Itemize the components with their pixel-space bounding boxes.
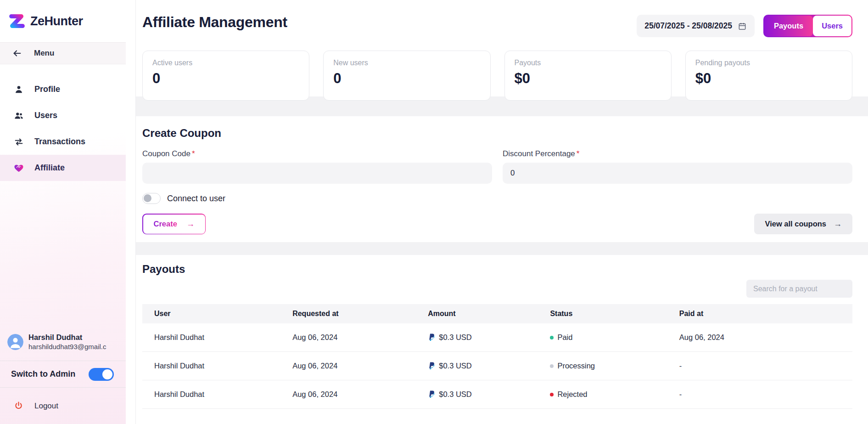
avatar — [7, 334, 23, 350]
discount-label: Discount Percentage* — [503, 149, 852, 158]
discount-percentage-input[interactable] — [503, 163, 852, 184]
view-all-coupons-label: View all coupons — [765, 220, 826, 228]
cell-paid-at: Aug 06, 2024 — [679, 333, 852, 342]
arrow-right-icon: → — [186, 219, 195, 229]
switch-to-admin-label: Switch to Admin — [11, 369, 75, 379]
amount-text: $0.3 USD — [439, 362, 472, 370]
power-icon — [14, 401, 23, 411]
coupon-code-field-group: Coupon Code* — [142, 149, 492, 184]
toggle-knob — [102, 369, 112, 379]
coupon-code-label: Coupon Code* — [142, 149, 492, 158]
discount-field-group: Discount Percentage* — [503, 149, 852, 184]
tab-payouts[interactable]: Payouts — [764, 16, 813, 36]
sidebar-item-affiliate[interactable]: Affiliate — [0, 155, 126, 181]
connect-to-user-label: Connect to user — [167, 194, 225, 204]
stat-card-pending-payouts: Pending payouts $0 — [685, 51, 852, 101]
connect-to-user-toggle[interactable] — [142, 193, 161, 204]
paypal-icon — [428, 390, 435, 399]
table-row[interactable]: Harshil Dudhat Aug 06, 2024 $0.3 USD Pai… — [142, 323, 852, 352]
menu-label: Menu — [34, 49, 54, 58]
stat-label: Payouts — [515, 59, 661, 67]
brand-name: ZeHunter — [30, 14, 83, 28]
cell-paid-at: - — [679, 362, 852, 370]
stat-card-new-users: New users 0 — [323, 51, 490, 101]
page-title: Affiliate Management — [142, 14, 287, 31]
amount-text: $0.3 USD — [439, 333, 472, 342]
header-section: Affiliate Management 25/07/2025 - 25/08/… — [136, 0, 868, 96]
sidebar-item-profile[interactable]: Profile — [0, 76, 126, 102]
payouts-users-tab-group: Payouts Users — [763, 15, 852, 37]
column-header-user: User — [154, 310, 292, 318]
affiliate-handshake-icon — [14, 163, 24, 173]
logout-button[interactable]: Logout — [0, 388, 126, 424]
section-gap — [136, 242, 868, 255]
paypal-icon — [428, 333, 435, 342]
column-header-amount: Amount — [428, 310, 550, 318]
user-meta: Harshil Dudhat harshildudhat93@gmail.c — [28, 333, 106, 351]
column-header-paid-at: Paid at — [679, 310, 852, 318]
cell-user: Harshil Dudhat — [154, 362, 292, 370]
column-header-requested-at: Requested at — [292, 310, 428, 318]
required-marker: * — [577, 149, 580, 158]
stat-value: $0 — [515, 70, 661, 87]
sidebar-item-users[interactable]: Users — [0, 102, 126, 129]
create-coupon-title: Create Coupon — [142, 116, 852, 140]
payouts-title: Payouts — [142, 255, 852, 276]
cell-requested-at: Aug 06, 2024 — [292, 362, 428, 370]
cell-amount: $0.3 USD — [428, 390, 550, 399]
sidebar-item-label: Transactions — [34, 137, 85, 147]
zehunter-logo-icon — [8, 12, 26, 30]
cell-status: Paid — [550, 333, 679, 342]
brand-logo[interactable]: ZeHunter — [0, 0, 126, 43]
arrow-right-icon: → — [834, 219, 842, 229]
table-row[interactable]: Harshil Dudhat Aug 06, 2024 $0.3 USD Rej… — [142, 380, 852, 409]
cell-requested-at: Aug 06, 2024 — [292, 390, 428, 399]
user-profile-summary[interactable]: Harshil Dudhat harshildudhat93@gmail.c — [0, 333, 126, 361]
stat-value: $0 — [695, 70, 842, 87]
cell-requested-at: Aug 06, 2024 — [292, 333, 428, 342]
header-controls: 25/07/2025 - 25/08/2025 Payouts Users — [637, 15, 852, 37]
cell-paid-at: - — [679, 390, 852, 399]
create-coupon-button[interactable]: Create → — [142, 214, 206, 234]
stat-card-active-users: Active users 0 — [142, 51, 309, 101]
cell-status: Rejected — [550, 390, 679, 399]
payouts-section: Payouts User Requested at Amount Status … — [136, 255, 868, 424]
sidebar-item-label: Affiliate — [34, 163, 65, 173]
required-marker: * — [192, 149, 195, 158]
toggle-knob — [144, 194, 151, 202]
switch-to-admin-toggle[interactable] — [89, 368, 114, 381]
main-content: Affiliate Management 25/07/2025 - 25/08/… — [135, 0, 868, 424]
sidebar: ZeHunter Menu Profile Users Transactions… — [0, 0, 126, 424]
create-coupon-section: Create Coupon Coupon Code* Discount Perc… — [136, 116, 868, 242]
app-window: ZeHunter Menu Profile Users Transactions… — [0, 0, 868, 424]
table-row[interactable]: Harshil Dudhat Aug 06, 2024 $0.3 USD Pro… — [142, 352, 852, 380]
calendar-icon — [738, 22, 747, 31]
view-all-coupons-button[interactable]: View all coupons → — [754, 214, 852, 234]
sidebar-bottom: Harshil Dudhat harshildudhat93@gmail.c S… — [0, 333, 126, 424]
sidebar-item-transactions[interactable]: Transactions — [0, 129, 126, 155]
stat-label: Pending payouts — [695, 59, 842, 67]
user-email: harshildudhat93@gmail.c — [28, 343, 106, 351]
user-name: Harshil Dudhat — [28, 333, 106, 342]
date-range-picker[interactable]: 25/07/2025 - 25/08/2025 — [637, 15, 755, 37]
create-button-label: Create — [154, 220, 177, 228]
stats-cards: Active users 0 New users 0 Payouts $0 Pe… — [142, 51, 852, 101]
payouts-table: User Requested at Amount Status Paid at … — [142, 304, 852, 409]
stat-label: New users — [333, 59, 480, 67]
table-header-row: User Requested at Amount Status Paid at — [142, 304, 852, 323]
tab-users[interactable]: Users — [813, 16, 851, 36]
coupon-code-input[interactable] — [142, 163, 492, 184]
menu-collapse-button[interactable]: Menu — [0, 43, 126, 64]
column-header-status: Status — [550, 310, 679, 318]
sidebar-item-label: Profile — [34, 85, 60, 94]
status-badge: Paid — [557, 333, 572, 342]
switch-to-admin-row: Switch to Admin — [0, 361, 126, 387]
status-dot — [550, 393, 554, 396]
paypal-icon — [428, 362, 435, 370]
payout-search-input[interactable] — [746, 280, 852, 298]
logout-label: Logout — [34, 401, 58, 411]
section-gap — [136, 96, 868, 116]
cell-user: Harshil Dudhat — [154, 333, 292, 342]
status-dot — [550, 336, 554, 339]
status-dot — [550, 364, 554, 368]
